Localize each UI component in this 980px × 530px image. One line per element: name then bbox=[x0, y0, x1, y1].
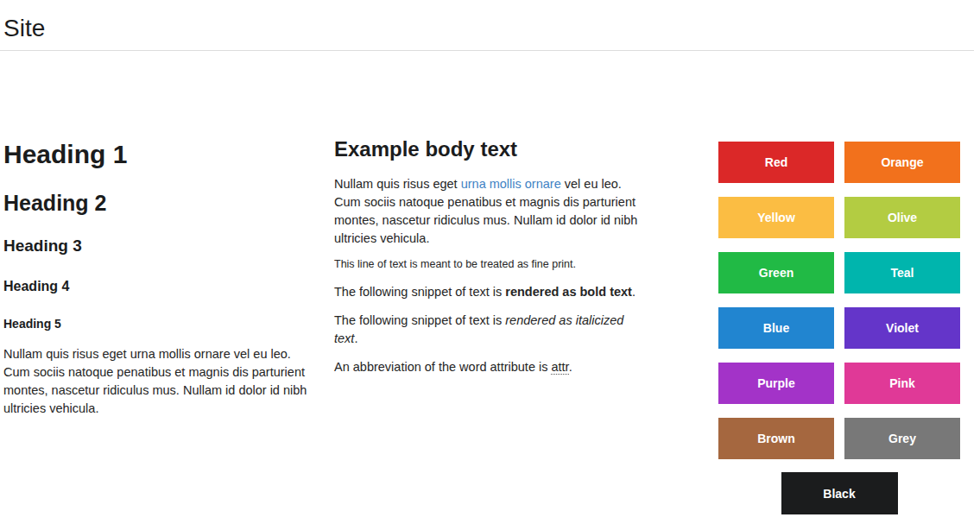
swatch-brown[interactable]: Brown bbox=[718, 418, 834, 459]
heading-5-sample: Heading 5 bbox=[3, 317, 319, 331]
italic-sentence-suffix: . bbox=[354, 331, 357, 345]
swatch-orange[interactable]: Orange bbox=[844, 142, 960, 183]
bold-snippet: rendered as bold text bbox=[505, 285, 632, 299]
italic-sentence-prefix: The following snippet of text is bbox=[334, 313, 505, 327]
heading-1-sample: Heading 1 bbox=[3, 139, 319, 170]
abbr-sentence-prefix: An abbreviation of the word attribute is bbox=[334, 360, 551, 374]
swatch-red[interactable]: Red bbox=[718, 142, 834, 183]
swatch-yellow[interactable]: Yellow bbox=[718, 197, 834, 238]
heading-2-sample: Heading 2 bbox=[3, 190, 319, 216]
heading-3-sample: Heading 3 bbox=[3, 237, 319, 256]
swatch-violet[interactable]: Violet bbox=[844, 307, 960, 349]
abbr-sentence-suffix: . bbox=[569, 360, 572, 374]
swatch-black[interactable]: Black bbox=[781, 472, 898, 514]
swatch-pink[interactable]: Pink bbox=[844, 363, 960, 404]
fine-print-text: This line of text is meant to be treated… bbox=[334, 256, 650, 272]
bold-sentence: The following snippet of text is rendere… bbox=[334, 283, 650, 301]
heading-4-sample: Heading 4 bbox=[3, 278, 319, 294]
headings-paragraph: Nullam quis risus eget urna mollis ornar… bbox=[3, 345, 319, 418]
lead-paragraph: Nullam quis risus eget urna mollis ornar… bbox=[334, 175, 650, 248]
abbr-sentence: An abbreviation of the word attribute is… bbox=[334, 358, 650, 376]
page-header: Site bbox=[0, 0, 974, 51]
swatch-green[interactable]: Green bbox=[718, 252, 834, 293]
attr-abbreviation: attr bbox=[551, 360, 568, 375]
swatch-purple[interactable]: Purple bbox=[718, 363, 834, 404]
swatch-blue[interactable]: Blue bbox=[718, 307, 834, 349]
swatch-grey[interactable]: Grey bbox=[844, 418, 960, 459]
urna-mollis-ornare-link[interactable]: urna mollis ornare bbox=[461, 177, 561, 191]
body-text-title: Example body text bbox=[334, 137, 650, 162]
lead-paragraph-before-link: Nullam quis risus eget bbox=[334, 177, 461, 191]
headings-column: Heading 1 Heading 2 Heading 3 Heading 4 … bbox=[3, 127, 319, 418]
bold-sentence-suffix: . bbox=[632, 285, 635, 299]
colors-column: Red Orange Yellow Olive Green Teal Blue … bbox=[718, 127, 960, 514]
swatch-teal[interactable]: Teal bbox=[844, 252, 960, 293]
color-swatch-grid: Red Orange Yellow Olive Green Teal Blue … bbox=[718, 142, 960, 459]
body-text-column: Example body text Nullam quis risus eget… bbox=[334, 127, 650, 376]
swatch-olive[interactable]: Olive bbox=[844, 197, 960, 238]
page-title: Site bbox=[3, 15, 974, 42]
bold-sentence-prefix: The following snippet of text is bbox=[334, 285, 505, 299]
italic-sentence: The following snippet of text is rendere… bbox=[334, 312, 650, 348]
content-area: Heading 1 Heading 2 Heading 3 Heading 4 … bbox=[3, 127, 980, 514]
